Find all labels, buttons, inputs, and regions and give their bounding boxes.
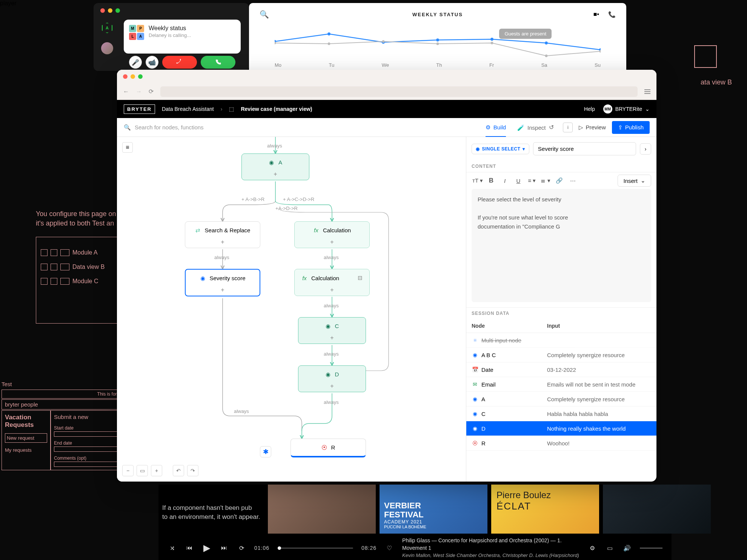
node-title-input[interactable]	[533, 142, 636, 155]
breadcrumb-1[interactable]: Data Breach Assistant	[162, 106, 214, 112]
session-row[interactable]: ◉C Habla habla habla habla	[466, 407, 656, 421]
goto-button[interactable]: ›	[640, 143, 651, 155]
editor-content[interactable]: Please select the level of severity If y…	[472, 189, 651, 302]
info-icon[interactable]: i	[563, 123, 573, 132]
zoom-out[interactable]: −	[122, 465, 134, 476]
underline-button[interactable]: U	[512, 175, 524, 187]
node-config-icon[interactable]: ⊟	[358, 275, 363, 281]
publish-button[interactable]: ⇪Publish	[612, 121, 650, 134]
avatar[interactable]	[101, 42, 113, 54]
phone-icon[interactable]: 📞	[608, 11, 616, 18]
node-d[interactable]: ◉D +	[298, 365, 366, 392]
music-player: If a component hasn't been pub to an env…	[158, 485, 672, 560]
add-below[interactable]: +	[295, 287, 369, 296]
favorite-button[interactable]: ♡	[385, 543, 394, 552]
prev-button[interactable]: ⏮	[185, 543, 194, 552]
maximize-dot[interactable]	[138, 74, 143, 79]
session-row[interactable]: ⦿R Woohoo!	[466, 436, 656, 451]
time-current: 01:06	[254, 545, 269, 551]
accept-button[interactable]	[201, 56, 235, 69]
album-tile-4[interactable]	[603, 485, 711, 534]
album-tile-boulez[interactable]: Pierre Boulez ÉCLAT	[491, 485, 599, 534]
flow-canvas[interactable]: ≡ always ◉A + + A-	[117, 137, 466, 482]
edge-label: always	[234, 408, 249, 414]
forward-button[interactable]: →	[136, 88, 142, 95]
tab-build[interactable]: ⚙Build	[486, 124, 506, 137]
close-dot[interactable]	[100, 8, 105, 13]
bold-button[interactable]: B	[485, 175, 497, 187]
tab-inspect[interactable]: 🧪Inspect	[517, 124, 546, 137]
queue-icon[interactable]: ▭	[605, 543, 614, 552]
session-row[interactable]: ≡Multi input node	[466, 333, 656, 348]
pin-icon: ⦿	[321, 445, 327, 451]
add-below[interactable]: +	[298, 383, 366, 392]
decline-button[interactable]	[162, 56, 197, 69]
add-below[interactable]: +	[298, 334, 366, 344]
zoom-in[interactable]: +	[151, 465, 162, 476]
add-below[interactable]: +	[295, 239, 369, 248]
progress-bar[interactable]	[278, 548, 353, 549]
zoom-fit[interactable]: ▭	[137, 465, 148, 476]
video-button[interactable]: 📹	[146, 56, 158, 69]
preview-button[interactable]: ▷Preview	[579, 124, 606, 131]
node-search[interactable]: 🔍 Search for nodes, functions	[124, 124, 486, 131]
chevron-down-icon: ⌄	[645, 106, 650, 112]
album-tile-1[interactable]	[268, 485, 376, 534]
bryter-logo[interactable]: BRYTER	[124, 104, 155, 114]
node-calculation-1[interactable]: fxCalculation +	[294, 221, 370, 248]
node-a[interactable]: ◉A +	[241, 153, 309, 180]
add-below[interactable]: +	[186, 287, 260, 296]
menu-button[interactable]	[644, 89, 650, 94]
back-button[interactable]: ←	[123, 88, 129, 95]
volume-icon[interactable]: 🔊	[622, 543, 632, 552]
align-button[interactable]: ≣ ▾	[540, 175, 552, 187]
italic-button[interactable]: I	[499, 175, 511, 187]
link-button[interactable]: 🔗	[553, 175, 565, 187]
url-bar[interactable]	[160, 86, 638, 97]
settings-icon[interactable]: ⚙	[588, 543, 597, 552]
redo-button[interactable]: ↷	[187, 465, 198, 476]
next-button[interactable]: ⏭	[220, 543, 229, 552]
mute-button[interactable]: 🎤	[129, 56, 142, 69]
node-result[interactable]: ⦿R	[290, 439, 366, 457]
help-link[interactable]: Help	[584, 106, 595, 112]
reload-button[interactable]: ⟳	[149, 88, 154, 95]
video-icon[interactable]: ■•	[593, 11, 599, 18]
close-dot[interactable]	[123, 74, 128, 79]
repeat-button[interactable]: ⟳	[237, 543, 246, 552]
album-tile-verbier[interactable]: VERBIER FESTIVAL ACADEMY 2021 PUCCINI LA…	[380, 485, 487, 534]
session-row[interactable]: ✉Email Emails will not be sent in test m…	[466, 377, 656, 392]
add-below[interactable]: +	[185, 239, 260, 248]
search-icon[interactable]: 🔍	[260, 10, 269, 19]
history-icon[interactable]: ↺	[546, 122, 557, 133]
list-button[interactable]: ≡ ▾	[526, 175, 538, 187]
undo-button[interactable]: ↶	[173, 465, 184, 476]
node-severity[interactable]: ◉Severity score +	[185, 269, 260, 296]
minimize-dot[interactable]	[108, 8, 112, 13]
session-row-selected[interactable]: ◉D Nothing really shakes the world	[466, 421, 656, 436]
radio-icon: ◉	[200, 275, 206, 281]
session-row[interactable]: 📅Date 03-12-2022	[466, 362, 656, 377]
node-calculation-2[interactable]: fxCalculation⊟ +	[294, 269, 370, 296]
node-search-replace[interactable]: ⇄Search & Replace +	[185, 221, 260, 248]
text-style-button[interactable]: тT ▾	[472, 175, 484, 187]
star-button[interactable]: ✱	[260, 446, 271, 457]
volume-slider[interactable]	[640, 548, 662, 549]
shuffle-button[interactable]: ⤨	[168, 543, 177, 552]
component-hint: If a component hasn't been pub to an env…	[162, 503, 260, 522]
minimize-dot[interactable]	[131, 74, 135, 79]
fx-icon: fx	[313, 227, 319, 233]
maximize-dot[interactable]	[115, 8, 120, 13]
node-type-chip[interactable]: ◉SINGLE SELECT▾	[472, 144, 529, 154]
session-row[interactable]: ◉A B C Completely synergize resource	[466, 348, 656, 362]
breadcrumb-2[interactable]: Review case (manager view)	[241, 106, 312, 112]
svg-point-1	[327, 32, 330, 35]
node-c[interactable]: ◉C +	[298, 317, 366, 344]
app-icon[interactable]	[102, 23, 112, 33]
add-below[interactable]: +	[242, 171, 309, 180]
more-button[interactable]: ⋯	[567, 175, 579, 187]
play-button[interactable]: ▶	[202, 543, 211, 552]
session-row[interactable]: ◉A Completely synergize resource	[466, 392, 656, 407]
user-menu[interactable]: MM BRYTERite ⌄	[603, 104, 650, 114]
insert-button[interactable]: Insert⌄	[618, 175, 651, 187]
